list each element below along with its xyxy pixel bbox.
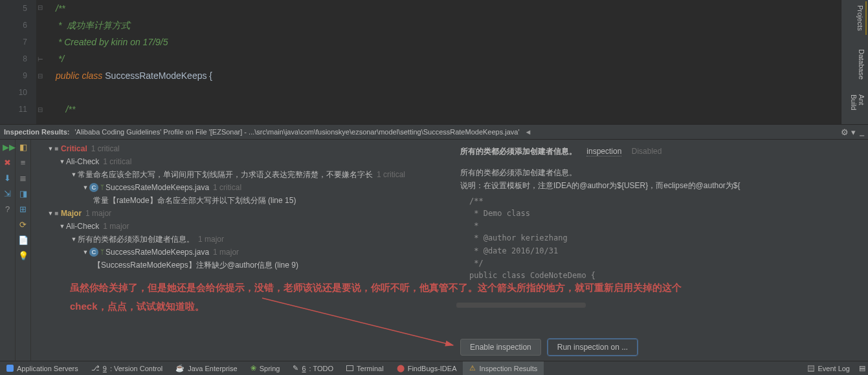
inspection-disabled-label: Disabled: [632, 147, 662, 156]
inspection-icon: ⚠: [469, 364, 476, 372]
down-icon[interactable]: ⬇: [3, 173, 13, 184]
vcs-icon: ⎇: [91, 364, 100, 372]
server-icon: [6, 365, 14, 372]
issue-leaf[interactable]: 【SuccessRateModeKeeps】注释缺少@author信息 (lin…: [93, 259, 298, 272]
sb-javaee[interactable]: ☕Java Enterprise: [169, 361, 243, 375]
bug-icon: ⬤: [397, 364, 405, 372]
nav-icon[interactable]: ◧: [18, 142, 28, 153]
inspection-link[interactable]: inspection: [586, 147, 621, 156]
vcs-icon: ᛘ: [100, 181, 104, 194]
annotation-text: 虽然你给关掉了，但是她还是会给你提示，没错，老师该说还是要说，你听不听，他真管不…: [70, 279, 682, 316]
inspection-panel-header: Inspection Results: 'Alibaba Coding Guid…: [0, 124, 868, 140]
right-toolwindow-rail: Projects Database Ant Build: [841, 0, 868, 124]
class-icon: C: [89, 248, 98, 257]
rerun-icon[interactable]: ▶▶: [3, 142, 13, 153]
panel-title: Inspection Results:: [4, 128, 69, 136]
collapse-icon[interactable]: ≣: [18, 173, 28, 184]
projects-tab[interactable]: Projects: [855, 1, 867, 35]
sb-spring[interactable]: ❀Spring: [244, 361, 287, 375]
vcs-icon: ᛘ: [100, 246, 104, 259]
javaee-icon: ☕: [175, 364, 184, 372]
hide-panel-icon[interactable]: ⎯: [860, 127, 864, 136]
antbuild-tab[interactable]: Ant Build: [849, 91, 867, 124]
inspection-desc: 所有的类都必须添加创建者信息。: [460, 166, 856, 179]
stop-icon[interactable]: ✖: [3, 158, 13, 168]
group-icon[interactable]: ⊞: [18, 204, 28, 215]
database-tab[interactable]: Database: [856, 45, 867, 83]
fold-column[interactable]: ⊟ ⊢ ⊟ ⊟: [38, 0, 44, 124]
line-gutter: 5 6 7 8 9 10 11: [0, 0, 36, 124]
nav-left-icon[interactable]: ◄: [525, 128, 532, 136]
inspection-desc2: 说明：在设置模板时，注意IDEA的@author为${USER}，而eclips…: [460, 179, 856, 192]
run-inspection-button[interactable]: Run inspection on ...: [548, 339, 638, 356]
enable-inspection-button[interactable]: Enable inspection: [460, 339, 541, 356]
sb-todo[interactable]: ✎6: TODO: [286, 361, 340, 375]
code-area[interactable]: /** * 成功率计算方式 * Created by kirin on 17/9…: [36, 0, 212, 124]
sb-appservers[interactable]: Application Servers: [0, 361, 85, 375]
autoscroll-icon[interactable]: ⟳: [18, 220, 28, 230]
help-icon[interactable]: ?: [3, 204, 13, 215]
inspection-tree[interactable]: ▼■Critical1 critical ▼Ali-Check1 critica…: [31, 140, 449, 361]
sb-findbugs[interactable]: ⬤FindBugs-IDEA: [390, 361, 463, 375]
sb-vcs[interactable]: ⎇9: Version Control: [85, 361, 169, 375]
expand-icon[interactable]: ≡: [18, 158, 28, 168]
tool-column-left: ▶▶ ✖ ⬇ ⇲ ?: [0, 140, 16, 361]
sb-eventlog[interactable]: Event Log: [801, 361, 856, 375]
issue-leaf[interactable]: 常量【rateMode】命名应全部大写并以下划线分隔 (line 15): [93, 194, 296, 207]
terminal-icon: [346, 365, 353, 371]
filter-icon[interactable]: ◨: [18, 189, 28, 199]
inspection-code-sample: /** * Demo class * * @author keriezhang …: [460, 195, 856, 282]
spring-icon: ❀: [250, 364, 256, 372]
import-icon[interactable]: ⇲: [3, 189, 13, 199]
sb-terminal[interactable]: Terminal: [340, 361, 390, 375]
intention-icon[interactable]: 💡: [18, 251, 28, 261]
class-icon: C: [89, 183, 98, 192]
tool-column-right: ◧ ≡ ≣ ◨ ⊞ ⟳ 📄 💡: [16, 140, 31, 361]
inspection-detail: 所有的类都必须添加创建者信息。 inspection Disabled 所有的类…: [449, 140, 868, 361]
todo-icon: ✎: [293, 364, 298, 372]
inspection-name: 所有的类都必须添加创建者信息。: [460, 147, 577, 156]
sb-inspection-results[interactable]: ⚠Inspection Results: [463, 361, 544, 375]
export-icon[interactable]: 📄: [18, 235, 28, 246]
panel-file: 'Alibaba Coding Guidelines' Profile on F…: [74, 128, 519, 136]
code-editor[interactable]: 5 6 7 8 9 10 11 ⊟ ⊢ ⊟ ⊟ /** * 成功率计算方式 * …: [0, 0, 868, 124]
layout-icon[interactable]: ▤: [859, 364, 865, 372]
eventlog-icon: [808, 365, 814, 372]
status-bar: Application Servers ⎇9: Version Control …: [0, 361, 868, 375]
gear-icon[interactable]: ⚙ ▾: [841, 127, 856, 137]
